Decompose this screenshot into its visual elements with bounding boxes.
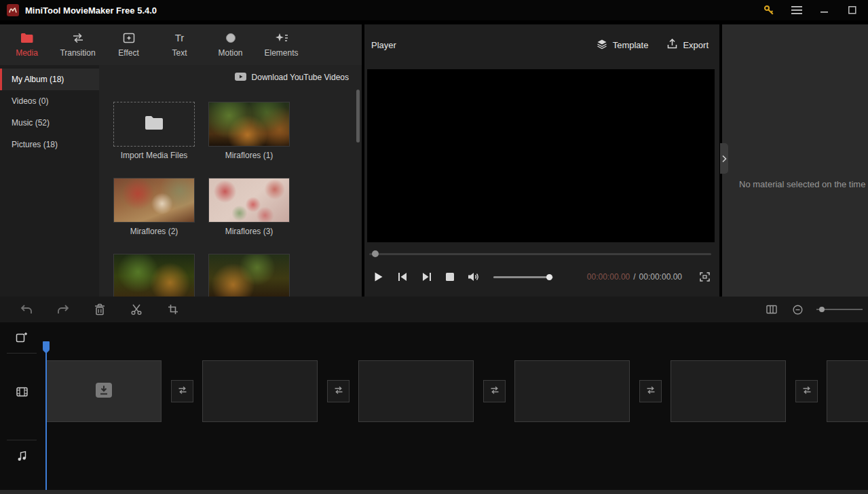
transition-slot[interactable] xyxy=(639,380,662,402)
tab-text[interactable]: Tr Text xyxy=(154,24,205,65)
media-scrollbar[interactable] xyxy=(356,90,360,142)
previous-frame-button[interactable] xyxy=(397,272,408,282)
volume-slider[interactable] xyxy=(493,273,553,281)
fullscreen-button[interactable] xyxy=(700,272,710,282)
minimize-button[interactable] xyxy=(818,4,831,16)
sidebar-item-videos[interactable]: Videos (0) xyxy=(0,90,99,112)
text-icon: Tr xyxy=(175,32,185,44)
media-thumbnail-tile[interactable] xyxy=(113,254,195,297)
clip-slot[interactable] xyxy=(46,360,162,422)
stop-button[interactable] xyxy=(446,273,454,281)
transition-placeholder-icon xyxy=(489,385,500,398)
video-track-icon[interactable] xyxy=(16,385,28,398)
clip-slot[interactable] xyxy=(671,360,786,422)
template-button[interactable]: Template xyxy=(597,39,649,52)
media-thumbnail[interactable] xyxy=(208,178,290,223)
layers-icon xyxy=(597,39,607,52)
split-scissors-button[interactable] xyxy=(130,303,143,316)
tab-elements[interactable]: Elements xyxy=(256,24,307,65)
titlebar-controls xyxy=(763,4,861,16)
motion-icon xyxy=(225,32,236,44)
tab-label: Transition xyxy=(60,48,95,58)
zoom-handle[interactable] xyxy=(819,307,825,312)
export-button[interactable]: Export xyxy=(667,39,709,52)
panel-collapse-button[interactable] xyxy=(720,143,728,174)
time-display: 00:00:00.00 / 00:00:00.00 xyxy=(587,272,682,282)
music-track-icon[interactable] xyxy=(16,450,28,462)
tab-motion[interactable]: Motion xyxy=(205,24,256,65)
transition-slot[interactable] xyxy=(171,380,193,402)
media-thumbnail-tile[interactable]: Miraflores (1) xyxy=(208,102,290,160)
clip-slot[interactable] xyxy=(358,360,474,422)
license-key-icon[interactable] xyxy=(763,4,775,16)
rail-divider xyxy=(7,440,37,440)
track-rail xyxy=(0,322,43,494)
play-button[interactable] xyxy=(374,271,383,282)
seek-handle[interactable] xyxy=(372,250,379,257)
properties-panel: No material selected on the time xyxy=(722,24,868,297)
transition-slot[interactable] xyxy=(795,380,818,402)
timeline-zoom-slider[interactable] xyxy=(816,305,863,314)
app-window: MiniTool MovieMaker Free 5.4.0 Media xyxy=(0,0,868,494)
timeline-scrollbar[interactable] xyxy=(0,490,868,494)
zoom-fit-icon[interactable] xyxy=(765,303,778,316)
video-preview xyxy=(367,69,715,242)
next-frame-button[interactable] xyxy=(421,272,432,282)
category-tabs: Media Transition Effect Tr Text xyxy=(0,24,362,65)
sidebar-item-pictures[interactable]: Pictures (18) xyxy=(0,134,99,155)
media-thumbnail-tile[interactable] xyxy=(208,254,290,297)
export-icon xyxy=(667,39,677,52)
delete-button[interactable] xyxy=(93,303,107,316)
transition-slot[interactable] xyxy=(483,380,506,402)
volume-icon[interactable] xyxy=(468,272,480,282)
album-sidebar: My Album (18) Videos (0) Music (52) Pict… xyxy=(0,65,99,297)
maximize-button[interactable] xyxy=(846,4,858,16)
tab-label: Effect xyxy=(118,48,138,58)
import-media-tile[interactable]: Import Media Files xyxy=(113,102,195,160)
media-thumbnail[interactable] xyxy=(208,254,290,297)
template-label: Template xyxy=(613,40,649,50)
sidebar-item-label: Music (52) xyxy=(12,118,50,128)
folder-icon xyxy=(144,115,164,134)
download-youtube-link[interactable]: Download YouTube Videos xyxy=(99,65,362,90)
media-thumbnail-tile[interactable]: Miraflores (3) xyxy=(208,178,290,236)
transition-placeholder-icon xyxy=(801,385,812,398)
media-thumbnail[interactable] xyxy=(113,178,195,223)
seek-track[interactable] xyxy=(369,253,711,255)
volume-handle[interactable] xyxy=(546,274,552,280)
clip-slot[interactable] xyxy=(202,360,318,422)
transition-slot[interactable] xyxy=(327,380,350,402)
import-dropzone[interactable] xyxy=(113,102,195,147)
tab-media[interactable]: Media xyxy=(1,24,52,65)
effect-icon xyxy=(123,32,135,44)
volume-fill xyxy=(493,276,549,278)
media-thumbnail-label: Miraflores (1) xyxy=(208,151,290,160)
undo-button[interactable] xyxy=(20,303,33,316)
clip-slot[interactable] xyxy=(827,360,868,422)
add-to-timeline-icon[interactable] xyxy=(16,330,28,343)
seek-bar[interactable] xyxy=(369,250,711,258)
clip-slot[interactable] xyxy=(514,360,630,422)
redo-button[interactable] xyxy=(56,303,70,316)
media-grid-panel: Download YouTube Videos Import Media Fil… xyxy=(99,65,362,297)
edit-toolbar xyxy=(0,297,868,322)
media-thumbnail-tile[interactable]: Miraflores (2) xyxy=(113,178,195,236)
sidebar-item-label: Videos (0) xyxy=(12,96,48,106)
tab-effect[interactable]: Effect xyxy=(103,24,154,65)
playhead-handle[interactable] xyxy=(43,341,50,350)
menu-icon[interactable] xyxy=(791,4,803,16)
sidebar-item-music[interactable]: Music (52) xyxy=(0,112,99,134)
tab-transition[interactable]: Transition xyxy=(52,24,103,65)
media-thumbnail[interactable] xyxy=(113,254,195,297)
tab-label: Elements xyxy=(264,48,298,58)
library-panel: My Album (18) Videos (0) Music (52) Pict… xyxy=(0,65,362,297)
media-thumbnail-label: Miraflores (3) xyxy=(208,227,290,236)
tab-label: Motion xyxy=(218,48,242,58)
crop-button[interactable] xyxy=(166,303,180,316)
media-thumbnail[interactable] xyxy=(208,102,290,147)
sidebar-item-label: My Album (18) xyxy=(12,75,64,84)
export-label: Export xyxy=(683,40,709,50)
video-track xyxy=(0,322,868,494)
sidebar-item-my-album[interactable]: My Album (18) xyxy=(0,69,99,90)
zoom-out-icon[interactable] xyxy=(791,303,804,316)
